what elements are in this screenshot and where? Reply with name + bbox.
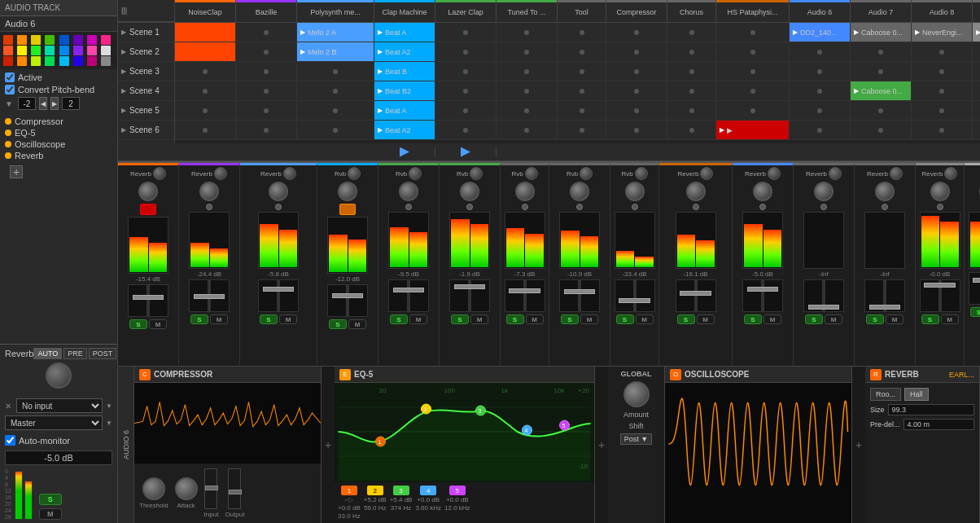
hall-btn[interactable]: Hall bbox=[904, 388, 929, 401]
input-fader[interactable] bbox=[204, 468, 217, 509]
reverb-knob[interactable] bbox=[890, 167, 903, 180]
device-eq5[interactable]: EQ-5 bbox=[5, 128, 112, 138]
empty-clip-4-7[interactable] bbox=[606, 101, 667, 120]
empty-clip-2-12[interactable] bbox=[912, 62, 973, 81]
empty-clip-2-11[interactable] bbox=[851, 62, 912, 81]
clip-4-3[interactable]: ▶Beat A bbox=[374, 101, 435, 120]
empty-clip-5-7[interactable] bbox=[606, 121, 667, 139]
mute-btn[interactable]: M bbox=[763, 314, 781, 324]
empty-clip-5-2[interactable] bbox=[297, 121, 374, 139]
empty-clip-4-9[interactable] bbox=[716, 101, 790, 120]
fader-area[interactable] bbox=[189, 279, 230, 312]
clip-1-2[interactable]: ▶Melo 2 B bbox=[297, 42, 374, 61]
fader-handle[interactable] bbox=[509, 288, 540, 293]
empty-clip-5-1[interactable] bbox=[236, 121, 297, 139]
fader-area[interactable] bbox=[676, 279, 716, 312]
main-knob[interactable] bbox=[570, 182, 589, 201]
send-btn[interactable]: S bbox=[866, 314, 884, 324]
fader-area[interactable] bbox=[920, 279, 960, 312]
main-knob[interactable] bbox=[753, 182, 772, 201]
empty-clip-3-5[interactable] bbox=[497, 81, 558, 100]
send-btn[interactable]: S bbox=[921, 314, 939, 324]
empty-clip-1-10[interactable] bbox=[790, 42, 851, 61]
eq-band-2-btn[interactable]: 2 bbox=[367, 486, 383, 495]
empty-clip-0-4[interactable] bbox=[435, 23, 497, 42]
empty-clip-0-8[interactable] bbox=[667, 23, 716, 42]
color-cell[interactable] bbox=[59, 56, 69, 66]
scene-row-4[interactable]: ▶Scene 5 bbox=[118, 101, 174, 121]
empty-clip-2-2[interactable] bbox=[297, 62, 374, 81]
main-knob[interactable] bbox=[138, 182, 158, 201]
reverb-knob[interactable] bbox=[944, 167, 957, 180]
send-btn[interactable]: S bbox=[506, 314, 524, 324]
fader-area[interactable] bbox=[559, 279, 600, 312]
empty-clip-1-7[interactable] bbox=[606, 42, 667, 61]
output-select[interactable]: Master bbox=[5, 415, 103, 430]
empty-clip-5-8[interactable] bbox=[667, 121, 716, 139]
mute-btn[interactable]: M bbox=[526, 314, 544, 324]
empty-clip-2-5[interactable] bbox=[497, 62, 558, 81]
send-btn[interactable]: S bbox=[677, 314, 695, 324]
output-fader-handle[interactable] bbox=[229, 490, 242, 494]
track-header-lazerclap[interactable]: Lazer Clap bbox=[435, 0, 497, 22]
send-btn[interactable]: S bbox=[451, 314, 469, 324]
eq-band-5-btn[interactable]: 5 bbox=[449, 486, 466, 495]
main-knob[interactable] bbox=[625, 182, 645, 201]
empty-clip-2-9[interactable] bbox=[716, 62, 790, 81]
empty-clip-5-12[interactable] bbox=[912, 121, 973, 139]
scene-row-1[interactable]: ▶Scene 2 bbox=[118, 42, 174, 62]
empty-clip-3-13[interactable] bbox=[973, 81, 980, 100]
mute-btn[interactable]: M bbox=[470, 314, 488, 324]
fader-area[interactable] bbox=[742, 279, 783, 312]
fader-handle[interactable] bbox=[869, 305, 900, 310]
scene-row-2[interactable]: ▶Scene 3 bbox=[118, 62, 174, 81]
fader-handle[interactable] bbox=[973, 278, 980, 283]
device-reverb[interactable]: Reverb bbox=[5, 151, 112, 160]
scene-row-5[interactable]: ▶Scene 6 bbox=[118, 121, 174, 140]
fader-area[interactable] bbox=[327, 284, 368, 317]
transport-play-btn[interactable] bbox=[461, 147, 470, 157]
color-cell[interactable] bbox=[87, 56, 97, 66]
empty-clip-4-11[interactable] bbox=[851, 101, 912, 120]
reverb-knob[interactable] bbox=[409, 167, 422, 180]
color-cell[interactable] bbox=[17, 46, 27, 55]
color-cell[interactable] bbox=[3, 35, 13, 45]
mute-btn[interactable]: M bbox=[825, 314, 842, 324]
convert-pitch-checkbox[interactable] bbox=[5, 85, 15, 94]
send-btn[interactable]: S bbox=[190, 314, 208, 324]
send-btn[interactable]: S bbox=[970, 307, 981, 317]
empty-clip-4-6[interactable] bbox=[558, 101, 606, 120]
track-header-hspataphysi...[interactable]: HS Pataphysi... bbox=[716, 0, 790, 22]
empty-clip-3-7[interactable] bbox=[606, 81, 667, 100]
scene-row-0[interactable]: ▶Scene 1 bbox=[118, 23, 174, 42]
color-cell[interactable] bbox=[59, 35, 69, 45]
empty-clip-5-0[interactable] bbox=[175, 121, 236, 139]
fader-area[interactable] bbox=[864, 279, 905, 312]
fader-area[interactable] bbox=[615, 279, 655, 312]
send-btn[interactable]: S bbox=[129, 319, 147, 329]
color-cell[interactable] bbox=[101, 35, 111, 45]
send-btn[interactable]: S bbox=[805, 314, 823, 324]
empty-clip-1-8[interactable] bbox=[667, 42, 716, 61]
empty-clip-2-10[interactable] bbox=[790, 62, 851, 81]
empty-clip-2-1[interactable] bbox=[236, 62, 297, 81]
color-cell[interactable] bbox=[73, 46, 83, 55]
mute-btn[interactable]: M bbox=[409, 314, 427, 324]
pitch-down-btn[interactable]: ◀ bbox=[39, 97, 47, 110]
reverb-knob[interactable] bbox=[700, 167, 713, 180]
empty-clip-3-2[interactable] bbox=[297, 81, 374, 100]
track-header-audio6[interactable]: Audio 6 bbox=[790, 0, 851, 22]
empty-clip-3-9[interactable] bbox=[716, 81, 790, 100]
color-cell[interactable] bbox=[87, 46, 97, 55]
color-cell[interactable] bbox=[17, 35, 27, 45]
mute-btn[interactable]: M bbox=[149, 319, 167, 329]
empty-clip-3-10[interactable] bbox=[790, 81, 851, 100]
reverb-post-btn[interactable]: POST bbox=[89, 348, 117, 359]
mute-btn[interactable]: M bbox=[941, 314, 959, 324]
output-fader[interactable] bbox=[228, 468, 241, 509]
empty-clip-1-9[interactable] bbox=[716, 42, 790, 61]
fader-handle[interactable] bbox=[808, 305, 839, 310]
fader-area[interactable] bbox=[449, 279, 490, 312]
empty-clip-4-12[interactable] bbox=[912, 101, 973, 120]
orange-btn[interactable] bbox=[339, 204, 356, 215]
